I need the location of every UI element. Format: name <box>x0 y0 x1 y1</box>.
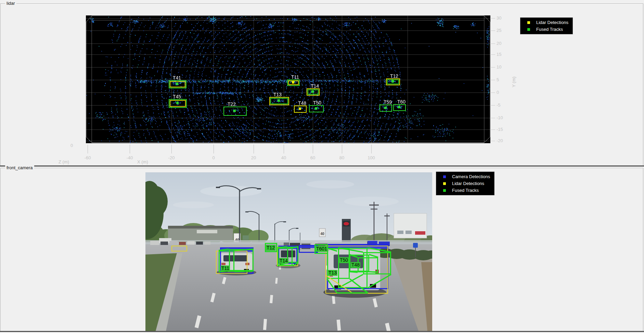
lidar-track-label-T22: T22 <box>228 101 236 107</box>
y-tick-mark <box>491 44 495 44</box>
x-tick-label: 100 <box>364 155 378 160</box>
speed-limit-text-2: 40 <box>320 232 324 236</box>
x-tick-mark <box>342 145 342 153</box>
lidar-panel: lidar T41T45T22T13T11T14T48T50T12T59T60 … <box>0 3 643 166</box>
z-axis-label: Z (m) <box>59 159 69 164</box>
panel-separator <box>0 165 644 166</box>
front-camera-panel-title: front_camera <box>5 165 34 170</box>
camera-legend: Camera DetectionsLidar DetectionsFused T… <box>436 172 494 195</box>
camera-track-label-T13: T13 <box>328 270 337 276</box>
camera-legend-marker-icon <box>443 182 446 185</box>
x-tick-mark <box>284 145 284 153</box>
lidar-legend: Lidar DetectionsFused Tracks <box>520 17 573 34</box>
camera-legend-marker-icon <box>443 189 446 192</box>
camera-legend-label: Fused Tracks <box>452 188 479 193</box>
camera-track-label-T14: T14 <box>279 258 288 264</box>
y-tick-mark <box>491 80 495 80</box>
camera-legend-marker-icon <box>443 175 446 178</box>
camera-track-box-T48-green <box>358 257 378 272</box>
lidar-track-marker-T11 <box>292 81 294 84</box>
lidar-track-label-T11: T11 <box>291 74 299 80</box>
lidar-track-marker-T48 <box>299 108 301 110</box>
lidar-track-marker-T50 <box>315 107 317 110</box>
y-tick-label: -5 <box>497 102 501 108</box>
lidar-legend-label: Fused Tracks <box>536 27 563 32</box>
x-tick-label: 60 <box>306 155 320 160</box>
lidar-plot-area[interactable]: T41T45T22T13T11T14T48T50T12T59T60 -60-40… <box>86 15 490 143</box>
lidar-track-label-T45: T45 <box>173 94 181 99</box>
lidar-legend-marker-icon <box>527 28 530 31</box>
y-tick-mark <box>491 54 495 55</box>
camera-legend-item: Fused Tracks <box>436 188 490 193</box>
x-axis-label: X (m) <box>137 159 148 164</box>
camera-legend-item: Camera Detections <box>436 174 490 179</box>
camera-track-box-T11-green <box>229 249 254 271</box>
x-tick-label: 40 <box>277 155 291 160</box>
x-tick-mark <box>254 145 254 153</box>
lidar-legend-label: Lidar Detections <box>536 20 568 25</box>
camera-track-label-T11: T11 <box>221 266 230 271</box>
lidar-track-label-T48: T48 <box>298 100 306 106</box>
scene-speed-limit-sign-2: 40 <box>319 229 325 237</box>
y-tick-label: 20 <box>497 41 501 46</box>
camera-track-label-T12: T12 <box>266 245 275 251</box>
y-tick-mark <box>491 105 495 106</box>
y-tick-mark <box>491 118 495 118</box>
y-tick-label: -15 <box>497 127 503 132</box>
lidar-legend-item: Lidar Detections <box>520 20 568 25</box>
x-tick-label: 20 <box>247 155 260 160</box>
x-tick-mark <box>313 145 313 153</box>
camera-legend-item: Lidar Detections <box>436 181 490 186</box>
camera-detection-box-yellow-4 <box>171 246 187 251</box>
lidar-track-label-T60: T60 <box>397 99 405 104</box>
lidar-track-marker-T45 <box>176 102 179 104</box>
lidar-legend-item: Fused Tracks <box>520 27 568 32</box>
lidar-track-marker-T13 <box>278 99 280 102</box>
bottom-edge <box>0 331 644 332</box>
y-tick-mark <box>491 130 495 130</box>
y-tick-label: -10 <box>497 115 503 120</box>
y-tick-label: 10 <box>497 64 501 70</box>
lidar-legend-marker-icon <box>527 21 530 24</box>
camera-track-label-T50: T50 <box>339 257 349 263</box>
y-tick-label: 5 <box>497 77 499 82</box>
x-tick-label: -40 <box>123 155 137 160</box>
y-tick-mark <box>491 67 495 67</box>
camera-track-label-T601: T601 <box>315 246 328 252</box>
x-tick-label: -20 <box>165 155 178 160</box>
camera-track-label-T48: T48 <box>351 262 360 268</box>
y-tick-label: 30 <box>497 15 501 21</box>
lidar-track-marker-T12 <box>391 80 394 83</box>
y-tick-mark <box>491 18 495 18</box>
lidar-track-label-T12: T12 <box>390 73 398 79</box>
camera-legend-label: Lidar Detections <box>452 181 484 186</box>
y-tick-label: 25 <box>497 28 501 33</box>
scene-left-building <box>168 226 233 241</box>
y-tick-mark <box>491 92 495 93</box>
camera-image[interactable]: 40 40 <box>145 172 432 331</box>
lidar-track-marker-T41 <box>176 83 178 85</box>
y-tick-mark <box>491 30 495 31</box>
lidar-track-label-T59: T59 <box>384 99 392 105</box>
y-tick-label: -20 <box>497 138 503 143</box>
y-tick-mark <box>491 141 495 141</box>
x-tick-mark <box>171 145 172 153</box>
x-tick-mark <box>88 145 88 153</box>
lidar-track-marker-T60 <box>398 106 400 108</box>
y-tick-label: 15 <box>497 52 501 57</box>
lidar-track-label-T50: T50 <box>313 100 321 106</box>
y-tick-label: 0 <box>497 90 499 95</box>
front-camera-panel: front_camera <box>0 168 643 332</box>
camera-legend-label: Camera Detections <box>452 174 490 179</box>
z-tick-label: 0 <box>70 143 73 148</box>
lidar-panel-title: lidar <box>5 1 16 6</box>
x-tick-mark <box>130 145 130 153</box>
x-tick-label: -60 <box>81 155 94 160</box>
lidar-track-label-T14: T14 <box>311 83 319 89</box>
lidar-track-marker-T14 <box>311 90 314 93</box>
x-tick-mark <box>371 145 372 153</box>
camera-track-box-T14-green <box>287 247 298 263</box>
x-tick-label: 80 <box>335 155 349 160</box>
x-tick-label: 0 <box>207 155 220 160</box>
scene-right-building <box>394 213 427 238</box>
